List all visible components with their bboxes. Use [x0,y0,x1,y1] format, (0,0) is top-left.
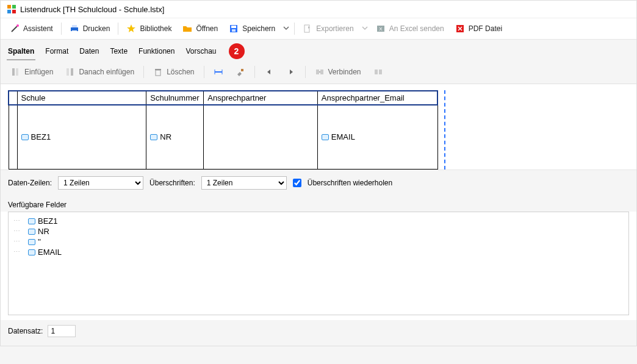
assistent-button[interactable]: Assistent [4,21,59,37]
grid-cell[interactable]: NR [146,105,204,170]
field-name: BEZ1 [38,216,58,226]
svg-rect-3 [12,10,16,13]
oeffnen-button[interactable]: Öffnen [177,21,223,37]
star-icon [126,24,136,34]
titlebar: Listendruck [TH Schulcloud - Schule.lstx… [1,1,636,18]
bibliothek-button[interactable]: Bibliothek [121,21,177,37]
col-header[interactable]: Schule [17,91,146,105]
record-row: Datensatz: [1,320,636,346]
drucken-button[interactable]: Drucken [64,21,116,37]
exportieren-dropdown[interactable] [359,21,370,36]
field-tag-icon [28,249,35,255]
grid-cell[interactable]: EMAIL [317,105,437,170]
field-item[interactable]: ⋯BEZ1 [13,216,624,226]
insert-column-icon [11,67,21,77]
columns-grid[interactable]: Schule Schulnummer Ansprechpartner Anspr… [8,90,438,170]
svg-rect-31 [379,70,382,74]
split-icon [373,67,383,77]
tab-texte[interactable]: Texte [109,43,129,60]
grid-cell[interactable] [204,105,318,170]
width-button[interactable] [208,64,229,80]
svg-rect-22 [155,69,161,70]
field-item[interactable]: ⋯'' [13,237,624,247]
assistent-label: Assistent [23,24,53,33]
separator [294,23,295,35]
svg-rect-0 [7,5,11,9]
available-fields-tree[interactable]: ⋯BEZ1 ⋯NR ⋯'' ⋯EMAIL [8,212,629,315]
svg-point-5 [16,24,19,27]
folder-open-icon [182,24,192,34]
arrow-left-icon [264,67,274,77]
trash-icon [153,67,163,77]
data-row[interactable]: BEZ1 NR EMAIL [9,105,437,170]
split-button[interactable] [368,64,389,80]
daten-zeilen-select[interactable]: 1 Zeilen [58,176,143,190]
exportieren-button: Exportieren [297,21,359,37]
svg-rect-7 [72,25,77,27]
tab-vorschau[interactable]: Vorschau [184,43,217,60]
page-break-indicator [442,90,445,170]
row-selector-header[interactable] [9,91,17,105]
format-brush-button[interactable] [230,64,251,80]
pdf-icon [455,24,465,34]
move-right-button[interactable] [281,64,301,80]
design-pane: Schule Schulnummer Ansprechpartner Anspr… [1,84,636,170]
col-header[interactable]: Ansprechpartner_Email [317,91,437,105]
exportieren-label: Exportieren [316,24,353,33]
verbinden-button[interactable]: Verbinden [309,64,367,80]
tree-connector-icon: ⋯ [13,217,26,225]
datensatz-label: Datensatz: [8,327,43,335]
separator [254,66,255,78]
col-header[interactable]: Schulnummer [146,91,204,105]
arrow-right-icon [286,67,296,77]
separator [305,66,306,78]
svg-text:X: X [379,26,383,32]
daten-zeilen-label: Daten-Zeilen: [8,179,52,187]
danach-einfuegen-button[interactable]: Danach einfügen [60,64,140,80]
row-selector[interactable] [9,105,17,170]
col-header[interactable]: Ansprechpartner [204,91,318,105]
field-tag-icon [28,239,35,245]
field-tag-icon [322,134,329,140]
tab-funktionen[interactable]: Funktionen [137,43,176,60]
repeat-headers-checkbox[interactable] [293,179,301,187]
pdf-button[interactable]: PDF Datei [450,21,508,37]
grid-cell[interactable]: BEZ1 [17,105,146,170]
svg-rect-17 [12,68,15,76]
excel-icon: X [376,24,386,34]
svg-rect-21 [156,70,160,76]
main-toolbar: Assistent Drucken Bibliothek Öffnen Spei… [1,18,636,39]
field-tag-icon [28,218,35,224]
speichern-dropdown[interactable] [281,21,292,36]
loeschen-button[interactable]: Löschen [148,64,200,80]
datensatz-input[interactable] [48,325,76,337]
header-row[interactable]: Schule Schulnummer Ansprechpartner Anspr… [9,91,437,105]
danach-label: Danach einfügen [79,68,134,76]
svg-rect-13 [304,25,309,32]
ueberschriften-label: Überschriften: [149,179,195,187]
chevron-down-icon [362,24,368,33]
einfuegen-button[interactable]: Einfügen [5,64,59,80]
field-tag-icon [21,134,29,140]
tab-spalten[interactable]: Spalten [7,43,35,60]
columns-toolbar: Einfügen Danach einfügen Löschen Verbind… [1,60,636,84]
tab-format[interactable]: Format [44,43,70,60]
export-icon [303,24,312,34]
tab-daten[interactable]: Daten [78,43,100,60]
window-title: Listendruck [TH Schulcloud - Schule.lstx… [20,5,164,14]
app-icon [7,4,16,14]
move-left-button[interactable] [259,64,279,80]
svg-rect-19 [67,68,69,76]
tree-connector-icon: ⋯ [13,227,26,235]
separator [118,23,118,35]
verbinden-label: Verbinden [328,68,361,76]
field-name: EMAIL [38,248,62,257]
svg-rect-26 [241,69,243,71]
step-badge: 2 [229,43,245,59]
brush-icon [236,67,245,77]
speichern-button[interactable]: Speichern [223,21,281,37]
field-item[interactable]: ⋯NR [13,226,624,237]
insert-after-icon [65,67,75,77]
ueberschriften-select[interactable]: 1 Zeilen [201,176,287,190]
field-item[interactable]: ⋯EMAIL [13,247,624,257]
